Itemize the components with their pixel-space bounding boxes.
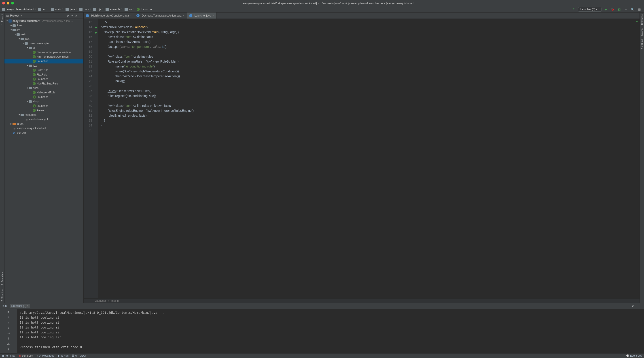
messages-tab[interactable]: ≡ 0: Messages	[37, 354, 54, 357]
stop-run-icon[interactable]: ■	[6, 316, 11, 319]
gutter-run-icon[interactable]: ▶	[95, 26, 97, 28]
project-tree[interactable]: ▼ easy-rules-quickstart ~/Workspace/easy…	[4, 19, 84, 303]
inspection-ok-icon: ✔	[636, 20, 639, 23]
close-tab-icon[interactable]: ×	[212, 14, 214, 17]
tree-node[interactable]: CDecreaseTemperatureAction	[4, 50, 84, 54]
breadcrumb-item[interactable]: java	[66, 8, 75, 11]
run-tab[interactable]: ▶ 4: Run	[58, 354, 69, 357]
tree-node[interactable]: ▦easy-rules-quickstart.iml	[4, 126, 84, 130]
sidebar-header: ▤ Project ▾ ⊕ ⇥ ⚙ —	[4, 12, 84, 19]
favorites-tool-button[interactable]: 2: Favorites	[1, 270, 4, 287]
print-icon[interactable]: 🖶	[6, 342, 11, 346]
wrap-icon[interactable]: ⇥	[6, 332, 11, 335]
gear-icon[interactable]: ⚙	[75, 14, 77, 17]
close-icon[interactable]	[2, 2, 5, 4]
collapse-icon[interactable]: ⇥	[71, 14, 73, 17]
tree-node[interactable]: CLauncher	[4, 59, 84, 63]
tree-node[interactable]: ▼shop	[4, 99, 84, 104]
breadcrumb-item[interactable]: src	[38, 8, 46, 11]
editor-text[interactable]: */ "kw">public "kw">class Launcher { "kw…	[98, 19, 640, 298]
ant-tool-button[interactable]: Ant Build	[641, 37, 643, 51]
hide-icon[interactable]: —	[79, 14, 82, 17]
tree-node[interactable]: ▼resources	[4, 113, 84, 117]
down-icon[interactable]: ↓	[6, 326, 11, 330]
tree-node[interactable]: CLauncher	[4, 104, 84, 108]
tree-node[interactable]: ▼java	[4, 37, 84, 41]
scroll-icon[interactable]: ⤓	[6, 337, 11, 340]
tree-node[interactable]: CHighTemperatureCondition	[4, 54, 84, 59]
tree-node[interactable]: CBuzzRule	[4, 68, 84, 72]
breadcrumb-bar: easy-rules-quickstart〉src〉main〉java〉com〉…	[0, 6, 644, 12]
tree-node[interactable]: ▼main	[4, 32, 84, 37]
tree-node[interactable]: CHelloWorldRule	[4, 90, 84, 95]
run-hide-icon[interactable]: —	[637, 304, 642, 308]
close-tab-icon[interactable]: ×	[183, 14, 184, 17]
bottom-tool-tabs: ▣ Terminal ◉ SonarLint ≡ 0: Messages ▶ 4…	[0, 353, 644, 358]
run-panel-header: Run: Launcher (3) × ⚙ —	[0, 303, 644, 309]
structure-tool-button[interactable]: 7: Structure	[1, 287, 4, 303]
search-icon[interactable]: 🔍	[630, 7, 635, 12]
tree-node[interactable]: ▶target	[4, 122, 84, 126]
breadcrumb-item[interactable]: air	[124, 8, 132, 11]
terminal-tab[interactable]: ▣ Terminal	[2, 354, 15, 357]
maximize-icon[interactable]	[11, 2, 14, 4]
breadcrumb-item[interactable]: com	[80, 8, 89, 11]
toggle-icon[interactable]: ◨	[637, 7, 642, 12]
rerun-icon[interactable]: ▶	[6, 310, 11, 313]
hammer-icon[interactable]: ⤒	[571, 7, 576, 12]
tree-node[interactable]: ▶.idea	[4, 23, 84, 28]
code-breadcrumbs[interactable]: Launcher › main()	[84, 298, 640, 303]
run-config-tab[interactable]: Launcher (3) ×	[10, 304, 30, 308]
trash-icon[interactable]: 🗑	[6, 348, 11, 351]
breadcrumb-item[interactable]: main	[51, 8, 61, 11]
editor-tab[interactable]: CLauncher.java×	[187, 12, 217, 18]
project-tool-button[interactable]: 1: Project	[1, 12, 4, 26]
tree-node[interactable]: CLauncher	[4, 95, 84, 99]
todo-tab[interactable]: ☰ 6: TODO	[72, 354, 86, 357]
tree-node[interactable]: CLauncher	[4, 77, 84, 81]
tree-root[interactable]: ▼ easy-rules-quickstart ~/Workspace/easy…	[4, 19, 84, 23]
console-output[interactable]: /Library/Java/JavaVirtualMachines/jdk1.8…	[17, 309, 644, 353]
tree-node[interactable]: CFizzRule	[4, 72, 84, 77]
editor-tab[interactable]: CDecreaseTemperatureAction.java×	[134, 12, 187, 18]
tree-node[interactable]: ▼rules	[4, 86, 84, 90]
run-config-selector[interactable]: Launcher (3) ▾	[578, 7, 602, 12]
tree-node[interactable]: ▼com.cjs.example	[4, 41, 84, 45]
sonarlint-tab[interactable]: ◉ SonarLint	[18, 354, 33, 357]
tree-node[interactable]: ▼fizz	[4, 63, 84, 68]
tree-node[interactable]: ▦alcohol-rule.yml	[4, 117, 84, 122]
up-icon[interactable]: ↑	[6, 321, 11, 324]
tree-node[interactable]: mpom.xml	[4, 130, 84, 135]
gutter-run-icon[interactable]: ▶	[95, 31, 97, 34]
breadcrumb-item[interactable]: cjs	[93, 8, 101, 11]
breadcrumb-item[interactable]: easy-rules-quickstart	[2, 8, 34, 11]
minimize-icon[interactable]	[7, 2, 10, 4]
debug-icon[interactable]: 🐞	[610, 7, 615, 12]
editor-tab[interactable]: CHighTemperatureCondition.java×	[84, 12, 134, 18]
crumb-method[interactable]: main()	[111, 299, 119, 302]
stop-icon[interactable]: ■	[624, 7, 628, 12]
tree-node[interactable]: CNonFizzBuzzRule	[4, 81, 84, 86]
breadcrumb-item[interactable]: CLauncher	[137, 8, 153, 11]
tree-node[interactable]: CPerson	[4, 108, 84, 113]
tree-node[interactable]: ▼src	[4, 28, 84, 32]
database-tool-button[interactable]: Database	[641, 12, 643, 26]
tree-node[interactable]: ▼air	[4, 45, 84, 50]
window-title: easy-rules-quickstart [~/Workspace/easy-…	[16, 1, 642, 5]
build-icon[interactable]: ▭	[564, 7, 570, 12]
close-tab-icon[interactable]: ×	[130, 14, 132, 17]
left-tool-gutter: 1: Project 2: Favorites 7: Structure	[0, 12, 4, 303]
line-gutter[interactable]: 1314151617181920212223242526272829303132…	[84, 19, 94, 298]
locate-icon[interactable]: ⊕	[67, 14, 69, 17]
run-toolbar: ▶ ■ ↑ ↓ ⇥ ⤓ 🖶 🗑 »	[0, 309, 17, 353]
crumb-class[interactable]: Launcher	[95, 299, 106, 302]
breadcrumb-item[interactable]: example	[106, 8, 120, 11]
run-icon[interactable]: ▶	[603, 7, 608, 12]
sidebar-title[interactable]: Project	[10, 14, 19, 17]
maven-tool-button[interactable]: Maven	[641, 26, 643, 37]
right-tool-gutter: Database Maven Ant Build	[640, 12, 644, 303]
event-log-tab[interactable]: 💬 Event Log	[626, 354, 642, 357]
run-gear-icon[interactable]: ⚙	[630, 304, 635, 308]
coverage-icon[interactable]: ◧	[617, 7, 622, 12]
editor-body: 1314151617181920212223242526272829303132…	[84, 19, 640, 298]
